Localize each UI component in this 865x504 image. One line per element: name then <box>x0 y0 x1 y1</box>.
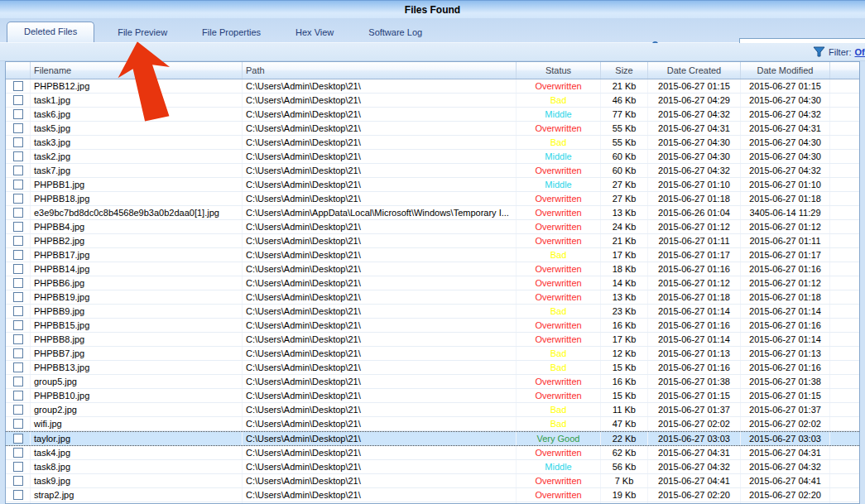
table-row[interactable]: PHPBB2.jpg C:\Users\Admin\Desktop\21\ Ov… <box>6 234 859 248</box>
header-select-column[interactable] <box>6 62 31 79</box>
file-path-cell: C:\Users\Admin\Desktop\21\ <box>243 234 517 247</box>
table-row[interactable]: PHPBB4.jpg C:\Users\Admin\Desktop\21\ Ov… <box>6 220 859 234</box>
row-checkbox[interactable] <box>13 490 23 500</box>
table-row[interactable]: task3.jpg C:\Users\Admin\Desktop\21\ Bad… <box>6 136 859 150</box>
date-modified-cell: 2015-06-27 04:41 <box>741 474 830 487</box>
row-checkbox[interactable] <box>13 166 23 175</box>
table-row[interactable]: strap2.jpg C:\Users\Admin\Desktop\21\ Ov… <box>6 488 859 502</box>
tab-hex-view[interactable]: Hex View <box>284 23 345 42</box>
date-created-cell: 2015-06-27 04:32 <box>648 164 741 177</box>
date-created-cell: 2015-06-27 01:14 <box>648 305 741 318</box>
table-row[interactable]: PHPBB10.jpg C:\Users\Admin\Desktop\21\ O… <box>6 389 859 403</box>
table-row[interactable]: PHPBB9.jpg C:\Users\Admin\Desktop\21\ Ba… <box>6 305 859 319</box>
row-checkbox[interactable] <box>13 109 23 119</box>
row-checkbox[interactable] <box>13 236 23 246</box>
row-checkbox[interactable] <box>13 222 23 232</box>
header-filename[interactable]: Filename <box>31 62 243 79</box>
table-row[interactable]: PHPBB12.jpg C:\Users\Admin\Desktop\21\ O… <box>6 79 859 94</box>
row-checkbox[interactable] <box>13 391 23 401</box>
table-row[interactable]: task1.jpg C:\Users\Admin\Desktop\21\ Bad… <box>6 94 859 108</box>
date-modified-cell: 2015-06-27 01:13 <box>741 347 830 360</box>
header-date-created[interactable]: Date Created <box>648 62 741 79</box>
header-status[interactable]: Status <box>517 62 601 79</box>
row-checkbox[interactable] <box>13 137 23 147</box>
file-size-cell: 24 Kb <box>601 220 648 233</box>
row-checkbox[interactable] <box>13 306 23 316</box>
row-checkbox[interactable] <box>13 95 23 105</box>
table-row[interactable]: PHPBB14.jpg C:\Users\Admin\Desktop\21\ O… <box>6 262 859 276</box>
table-row[interactable]: PHPBB7.jpg C:\Users\Admin\Desktop\21\ Ba… <box>6 347 859 361</box>
table-row[interactable]: task8.jpg C:\Users\Admin\Desktop\21\ Mid… <box>6 460 859 474</box>
row-checkbox[interactable] <box>13 81 23 91</box>
table-row[interactable]: task5.jpg C:\Users\Admin\Desktop\21\ Ove… <box>6 122 859 136</box>
table-row[interactable]: PHPBB1.jpg C:\Users\Admin\Desktop\21\ Mi… <box>6 178 859 192</box>
filter-toggle-link[interactable]: Off <box>855 47 865 57</box>
table-row[interactable]: PHPBB6.jpg C:\Users\Admin\Desktop\21\ Ov… <box>6 276 859 290</box>
table-row[interactable]: task7.jpg C:\Users\Admin\Desktop\21\ Ove… <box>6 164 859 178</box>
table-row[interactable]: task2.jpg C:\Users\Admin\Desktop\21\ Mid… <box>6 150 859 164</box>
row-checkbox[interactable] <box>13 362 23 372</box>
row-checkbox[interactable] <box>13 448 23 458</box>
row-checkbox[interactable] <box>13 348 23 358</box>
row-checkbox[interactable] <box>13 292 23 302</box>
table-row[interactable]: PHPBB18.jpg C:\Users\Admin\Desktop\21\ O… <box>6 192 859 206</box>
header-path[interactable]: Path <box>243 62 517 79</box>
row-checkbox[interactable] <box>13 123 23 133</box>
table-row[interactable]: PHPBB15.jpg C:\Users\Admin\Desktop\21\ O… <box>6 319 859 333</box>
row-checkbox[interactable] <box>13 476 23 486</box>
file-size-cell: 16 Kb <box>601 375 648 388</box>
row-extra-cell <box>830 150 859 163</box>
row-checkbox[interactable] <box>13 250 23 260</box>
row-checkbox[interactable] <box>13 434 23 444</box>
file-name-cell: task1.jpg <box>31 94 243 107</box>
row-extra-cell <box>830 305 859 318</box>
table-row[interactable]: PHPBB8.jpg C:\Users\Admin\Desktop\21\ Ov… <box>6 333 859 347</box>
row-checkbox[interactable] <box>13 419 23 429</box>
table-row[interactable]: group5.jpg C:\Users\Admin\Desktop\21\ Ov… <box>6 375 859 389</box>
row-checkbox[interactable] <box>13 194 23 204</box>
table-row[interactable]: task9.jpg C:\Users\Admin\Desktop\21\ Ove… <box>6 474 859 488</box>
row-checkbox[interactable] <box>13 264 23 274</box>
row-checkbox[interactable] <box>13 377 23 386</box>
file-path-cell: C:\Users\Admin\Desktop\21\ <box>243 474 517 487</box>
table-row[interactable]: PHPBB17.jpg C:\Users\Admin\Desktop\21\ B… <box>6 248 859 262</box>
file-name-cell: PHPBB13.jpg <box>31 361 243 374</box>
row-extra-cell <box>830 79 859 93</box>
table-row[interactable]: e3e9bc7bd8dc0c8b4568e9b3a0b2daa0[1].jpg … <box>6 206 859 220</box>
file-name-cell: task4.jpg <box>31 446 243 459</box>
table-row[interactable]: PHPBB13.jpg C:\Users\Admin\Desktop\21\ B… <box>6 361 859 375</box>
row-checkbox[interactable] <box>13 405 23 415</box>
table-row[interactable]: PHPBB19.jpg C:\Users\Admin\Desktop\21\ O… <box>6 290 859 305</box>
row-checkbox[interactable] <box>13 334 23 344</box>
table-row[interactable]: wifi.jpg C:\Users\Admin\Desktop\21\ Bad … <box>6 417 859 431</box>
row-checkbox[interactable] <box>13 278 23 288</box>
date-modified-cell: 2015-06-27 01:16 <box>741 361 830 374</box>
row-extra-cell <box>830 460 859 473</box>
table-row[interactable]: taylor.jpg C:\Users\Admin\Desktop\21\ Ve… <box>6 431 859 446</box>
row-checkbox[interactable] <box>13 462 23 472</box>
tab-software-log[interactable]: Software Log <box>357 23 434 42</box>
tab-file-preview[interactable]: File Preview <box>106 23 179 42</box>
date-created-cell: 2015-06-27 01:15 <box>648 79 741 93</box>
tab-file-properties[interactable]: File Properties <box>190 23 272 42</box>
file-path-cell: C:\Users\Admin\Desktop\21\ <box>243 164 517 177</box>
row-checkbox[interactable] <box>13 180 23 190</box>
file-size-cell: 23 Kb <box>601 305 648 318</box>
date-modified-cell: 2015-06-27 03:03 <box>741 432 830 445</box>
date-modified-cell: 2015-06-27 04:32 <box>741 164 830 177</box>
table-row[interactable]: group2.jpg C:\Users\Admin\Desktop\21\ Ba… <box>6 403 859 417</box>
file-size-cell: 21 Kb <box>601 234 648 247</box>
file-status-cell: Overwritten <box>517 375 601 388</box>
table-row[interactable]: task6.jpg C:\Users\Admin\Desktop\21\ Mid… <box>6 108 859 122</box>
file-name-cell: task2.jpg <box>31 150 243 163</box>
row-checkbox[interactable] <box>13 320 23 330</box>
row-extra-cell <box>830 262 859 276</box>
table-row[interactable]: task4.jpg C:\Users\Admin\Desktop\21\ Ove… <box>6 446 859 460</box>
row-checkbox[interactable] <box>13 151 23 161</box>
header-date-modified[interactable]: Date Modified <box>741 62 830 79</box>
header-size[interactable]: Size <box>601 62 648 79</box>
row-checkbox[interactable] <box>13 208 23 218</box>
file-status-cell: Overwritten <box>517 276 601 290</box>
tab-deleted-files[interactable]: Deleted Files <box>7 22 94 42</box>
file-status-cell: Overwritten <box>517 290 601 304</box>
